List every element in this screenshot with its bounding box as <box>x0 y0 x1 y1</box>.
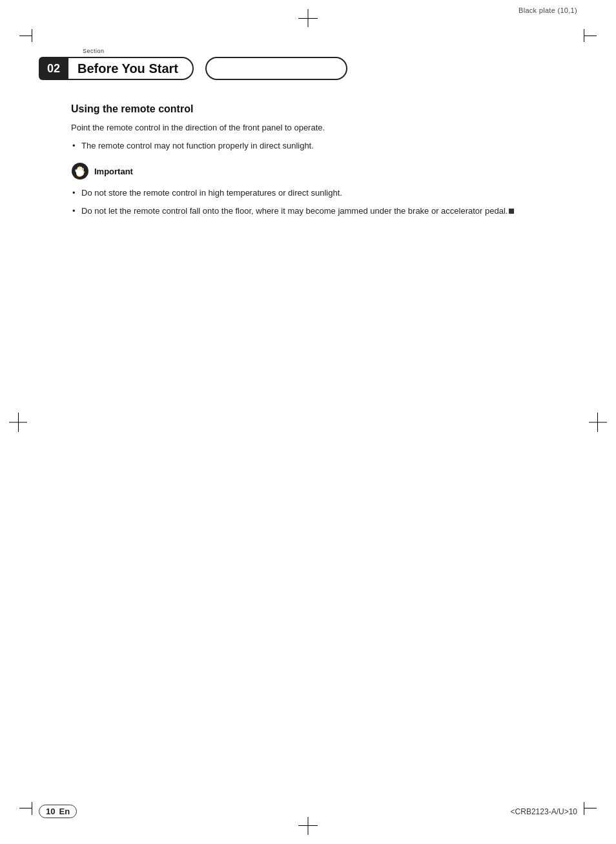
svg-rect-5 <box>81 167 82 173</box>
corner-tl-h <box>19 36 32 36</box>
page-header: Black plate (10,1) <box>39 6 577 14</box>
bullet-item-1: The remote control may not function prop… <box>71 139 545 152</box>
corner-br-v <box>584 802 584 815</box>
end-mark <box>509 209 514 214</box>
important-list: Do not store the remote control in high … <box>71 187 545 217</box>
page-number-box: 10 En <box>39 805 77 818</box>
main-content: Using the remote control Point the remot… <box>71 103 545 225</box>
footer-lang: En <box>59 807 70 816</box>
svg-rect-6 <box>83 168 84 172</box>
page-number: 10 <box>46 807 55 816</box>
bullet-list: The remote control may not function prop… <box>71 139 545 152</box>
corner-bl-h <box>19 808 32 808</box>
svg-rect-4 <box>79 167 81 172</box>
subheading: Using the remote control <box>71 103 545 115</box>
crop-mark-bottom-v <box>308 817 309 835</box>
important-section: ✋ Important Do not store the remote <box>71 162 545 217</box>
footer-code: <CRB2123-A/U>10 <box>511 807 577 816</box>
corner-bl-v <box>32 802 32 815</box>
crop-mark-left-v <box>18 413 19 432</box>
corner-tl-v <box>32 29 32 42</box>
page-footer: 10 En <CRB2123-A/U>10 <box>39 805 577 818</box>
section-label: Section <box>83 48 105 54</box>
section-header: Section 02 Before You Start <box>39 57 577 80</box>
important-header: ✋ Important <box>71 162 545 180</box>
crop-mark-right-h <box>589 422 607 422</box>
important-item-2: Do not let the remote control fall onto … <box>71 205 545 218</box>
corner-tr-v <box>584 29 584 42</box>
corner-br-h <box>584 808 597 808</box>
important-icon: ✋ <box>71 162 89 180</box>
corner-tr-h <box>584 36 597 36</box>
section-title: Before You Start <box>68 57 194 80</box>
crop-mark-right-v <box>597 413 598 432</box>
section-number: 02 <box>39 57 68 80</box>
intro-text: Point the remote control in the directio… <box>71 121 545 134</box>
plate-info: Black plate (10,1) <box>518 6 577 14</box>
important-item-1: Do not store the remote control in high … <box>71 187 545 200</box>
section-empty-pill <box>205 57 347 80</box>
important-label: Important <box>94 167 133 176</box>
